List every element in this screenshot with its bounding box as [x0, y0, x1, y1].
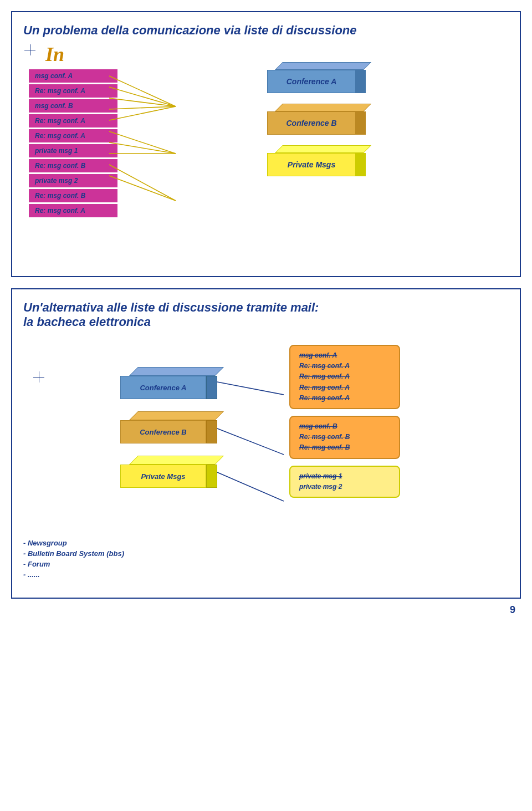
- inbox-item-3: msg conf. B: [29, 99, 117, 113]
- slide2-conference-b-box: Conference B: [120, 411, 223, 443]
- svg-line-8: [109, 165, 176, 201]
- svg-line-3: [109, 106, 176, 109]
- slide2-msg-b-item2: Re: msg conf. B: [299, 432, 390, 442]
- svg-line-12: [217, 472, 284, 501]
- svg-line-1: [109, 87, 176, 106]
- inbox-item-8: private msg 2: [29, 174, 117, 187]
- slide2-msg-boxes: msg conf. A Re: msg conf. A Re: msg conf…: [289, 345, 400, 504]
- conference-a-label: Conference A: [267, 70, 356, 93]
- note-3: - Forum: [23, 560, 124, 568]
- conference-b-box: Conference B: [267, 104, 367, 134]
- slide2-conference-a-label: Conference A: [120, 376, 206, 399]
- inbox-item-10: Re: msg conf. A: [29, 204, 117, 217]
- conference-b-label: Conference B: [267, 111, 356, 135]
- conf-boxes-top: Conference A Conference B Private Msgs: [267, 62, 367, 187]
- slide2-msg-box-private: private msg 1 private msg 2: [289, 466, 400, 498]
- inbox-item-7: Re: msg conf. B: [29, 159, 117, 172]
- inbox-item-2: Re: msg conf. A: [29, 84, 117, 98]
- slide2-msg-box-b: msg conf. B Re: msg conf. B Re: msg conf…: [289, 416, 400, 459]
- slide2-msg-a-item1: msg conf. A: [299, 350, 390, 361]
- svg-line-2: [109, 98, 176, 106]
- slide-1: Un problema della comunicazione via list…: [11, 11, 521, 277]
- inbox-item-1: msg conf. A: [29, 69, 117, 83]
- inbox-item-5: Re: msg conf. A: [29, 129, 117, 142]
- slide2-msg-a-item5: Re: msg conf. A: [299, 393, 390, 404]
- slide2-msg-a-item3: Re: msg conf. A: [299, 371, 390, 382]
- slide2-title: Un'alternativa alle liste di discussione…: [23, 300, 509, 329]
- private-msgs-label: Private Msgs: [267, 153, 356, 176]
- inbox-item-9: Re: msg conf. B: [29, 189, 117, 202]
- slide2-title-line1: Un'alternativa alle liste di discussione…: [23, 300, 319, 314]
- slide2-msg-a-item4: Re: msg conf. A: [299, 382, 390, 393]
- slide2-notes: - Newsgroup - Bulletin Board System (bbs…: [23, 539, 124, 581]
- slide2-private-msgs-label: Private Msgs: [120, 465, 206, 488]
- slide2-boxes: Conference A Conference B Private Msgs: [120, 367, 223, 500]
- slide1-title: Un problema della comunicazione via list…: [23, 23, 509, 38]
- conference-a-box: Conference A: [267, 62, 367, 93]
- slide2-msg-b-item3: Re: msg conf. B: [299, 442, 390, 453]
- slide2-msg-b-item1: msg conf. B: [299, 421, 390, 432]
- svg-line-6: [109, 142, 176, 154]
- slide2-msg-private-item1: private msg 1: [299, 471, 390, 482]
- slide-2: Un'alternativa alle liste di discussione…: [11, 288, 521, 599]
- note-2: - Bulletin Board System (bbs): [23, 549, 124, 558]
- inbox-item-4: Re: msg conf. A: [29, 114, 117, 127]
- page-number: 9: [0, 604, 532, 621]
- svg-line-4: [109, 106, 176, 120]
- svg-line-0: [109, 76, 176, 106]
- slide2-conference-a-box: Conference A: [120, 367, 223, 399]
- inbox-item-6: private msg 1: [29, 144, 117, 157]
- note-4: - ......: [23, 570, 124, 579]
- private-msgs-box: Private Msgs: [267, 145, 367, 176]
- slide2-msg-private-item2: private msg 2: [299, 482, 390, 492]
- page: Un problema della comunicazione via list…: [0, 11, 532, 621]
- svg-line-5: [109, 131, 176, 154]
- svg-line-9: [109, 176, 176, 201]
- note-1: - Newsgroup: [23, 539, 124, 547]
- in-label: In: [45, 43, 117, 66]
- in-container: In msg conf. A Re: msg conf. A msg conf.…: [29, 43, 117, 219]
- svg-line-10: [217, 382, 284, 395]
- slide2-conference-b-label: Conference B: [120, 420, 206, 443]
- slide2-private-msgs-box: Private Msgs: [120, 456, 223, 488]
- svg-line-11: [217, 429, 284, 455]
- crosshair2-icon: [33, 371, 44, 382]
- slide2-msg-box-a: msg conf. A Re: msg conf. A Re: msg conf…: [289, 345, 400, 409]
- slide2-title-line2: la bacheca elettronica: [23, 315, 151, 329]
- slide2-msg-a-item2: Re: msg conf. A: [299, 361, 390, 371]
